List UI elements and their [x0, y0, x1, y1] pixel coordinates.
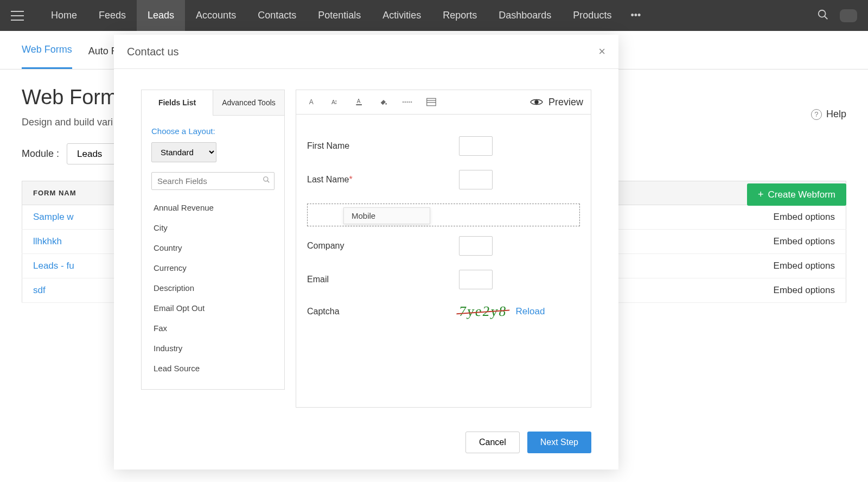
nav-leads[interactable]: Leads: [137, 0, 185, 31]
input-company[interactable]: [459, 236, 493, 256]
gamepad-icon[interactable]: [840, 9, 857, 22]
tab-fields-list[interactable]: Fields List: [142, 90, 213, 116]
field-list: Annual Revenue City Country Currency Des…: [151, 198, 275, 378]
field-email-opt-out[interactable]: Email Opt Out: [151, 298, 275, 318]
form-bg-icon[interactable]: [423, 94, 439, 110]
nav-feeds[interactable]: Feeds: [88, 0, 137, 31]
create-webform-button[interactable]: + Create Webform: [747, 183, 846, 206]
row-captcha: Captcha 7ye2y8 Reload: [307, 303, 580, 320]
hamburger-menu-icon[interactable]: [11, 11, 24, 21]
nav-products[interactable]: Products: [562, 0, 622, 31]
field-city[interactable]: City: [151, 218, 275, 238]
layout-label: Choose a Layout:: [151, 126, 275, 136]
svg-point-15: [535, 100, 538, 104]
input-first-name[interactable]: [459, 136, 493, 156]
eye-icon: [530, 98, 543, 106]
close-icon[interactable]: ×: [598, 45, 605, 59]
row-last-name: Last Name*: [307, 170, 580, 189]
svg-text:A: A: [357, 98, 361, 104]
nav-contacts[interactable]: Contacts: [247, 0, 307, 31]
nav-items: Home Feeds Leads Accounts Contacts Poten…: [40, 0, 649, 31]
help-link[interactable]: ? Help: [811, 109, 846, 120]
tab-advanced-tools[interactable]: Advanced Tools: [213, 90, 284, 116]
contact-us-modal: Contact us × Fields List Advanced Tools …: [114, 35, 618, 470]
font-color-icon[interactable]: A: [352, 94, 368, 110]
label-last-name: Last Name*: [307, 175, 459, 185]
create-btn-label: Create Webform: [768, 189, 835, 200]
format-toolbar: A A▴▾ A Preview: [296, 90, 591, 115]
drag-ghost-mobile[interactable]: Mobile: [343, 207, 430, 224]
nav-activities[interactable]: Activities: [372, 0, 432, 31]
svg-text:▾: ▾: [335, 102, 337, 105]
cancel-button[interactable]: Cancel: [465, 432, 520, 453]
next-step-button[interactable]: Next Step: [527, 432, 591, 453]
preview-button[interactable]: Preview: [530, 97, 583, 108]
field-country[interactable]: Country: [151, 238, 275, 258]
help-label: Help: [826, 109, 846, 120]
fields-panel-inner: Choose a Layout: Standard Annual Revenue…: [141, 116, 285, 390]
search-icon[interactable]: [817, 9, 829, 23]
form-builder: A A▴▾ A Preview First Name Last Name*: [296, 90, 591, 408]
label-company: Company: [307, 241, 459, 251]
row-email: Email: [307, 270, 580, 289]
hr-icon[interactable]: [399, 94, 416, 110]
topbar: Home Feeds Leads Accounts Contacts Poten…: [0, 0, 868, 31]
field-tabs: Fields List Advanced Tools: [141, 90, 285, 116]
topbar-right: [817, 9, 857, 23]
label-first-name: First Name: [307, 141, 459, 151]
captcha-image: 7ye2y8: [458, 303, 508, 320]
font-family-icon[interactable]: A: [304, 94, 320, 110]
nav-dashboards[interactable]: Dashboards: [488, 0, 562, 31]
svg-rect-9: [356, 104, 362, 105]
tab-web-forms[interactable]: Web Forms: [22, 32, 72, 69]
field-currency[interactable]: Currency: [151, 258, 275, 278]
nav-accounts[interactable]: Accounts: [185, 0, 247, 31]
field-fax[interactable]: Fax: [151, 318, 275, 338]
drop-zone[interactable]: Mobile: [307, 204, 580, 226]
svg-point-10: [385, 103, 387, 105]
nav-more[interactable]: •••: [622, 0, 649, 31]
label-email: Email: [307, 275, 459, 284]
preview-label: Preview: [548, 97, 583, 108]
font-size-icon[interactable]: A▴▾: [328, 94, 344, 110]
row-company: Company: [307, 236, 580, 256]
nav-reports[interactable]: Reports: [432, 0, 488, 31]
field-lead-source[interactable]: Lead Source: [151, 358, 275, 378]
field-description[interactable]: Description: [151, 278, 275, 298]
form-canvas[interactable]: First Name Last Name* Mobile Company Ema…: [296, 115, 591, 408]
fields-panel: Fields List Advanced Tools Choose a Layo…: [141, 90, 285, 408]
nav-potentials[interactable]: Potentials: [307, 0, 372, 31]
search-fields-input[interactable]: [151, 172, 275, 190]
search-fields-wrapper: [151, 172, 275, 190]
svg-point-2: [264, 177, 268, 181]
modal-title: Contact us: [127, 46, 179, 58]
search-icon[interactable]: [263, 176, 270, 186]
reload-captcha[interactable]: Reload: [516, 306, 545, 317]
nav-home[interactable]: Home: [40, 0, 88, 31]
modal-footer: Cancel Next Step: [114, 418, 618, 470]
svg-text:A: A: [309, 98, 314, 106]
input-email[interactable]: [459, 270, 493, 289]
plus-icon: +: [758, 189, 764, 200]
field-annual-revenue[interactable]: Annual Revenue: [151, 198, 275, 218]
label-captcha: Captcha: [307, 307, 459, 316]
modal-header: Contact us ×: [114, 35, 618, 69]
field-industry[interactable]: Industry: [151, 338, 275, 358]
svg-rect-12: [427, 98, 436, 106]
modal-body: Fields List Advanced Tools Choose a Layo…: [114, 69, 618, 418]
svg-line-1: [825, 16, 828, 19]
module-label: Module :: [22, 148, 59, 160]
svg-line-3: [267, 181, 270, 183]
layout-select[interactable]: Standard: [151, 142, 216, 162]
svg-point-0: [819, 10, 826, 17]
bg-color-icon[interactable]: [375, 94, 392, 110]
input-last-name[interactable]: [459, 170, 493, 189]
help-icon: ?: [811, 109, 822, 120]
row-first-name: First Name: [307, 136, 580, 156]
